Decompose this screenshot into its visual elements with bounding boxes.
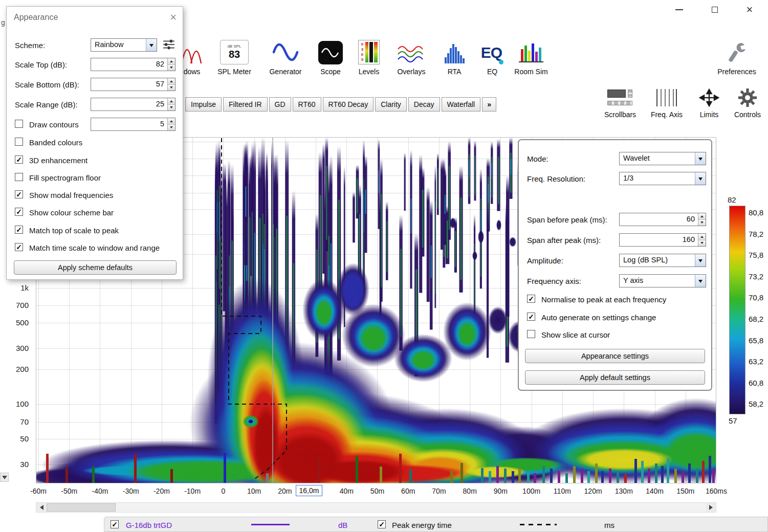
tab-overflow-button[interactable]: » [482, 97, 496, 112]
x-tick: 90m [494, 487, 508, 495]
x-tick: 110m [554, 487, 571, 495]
trace2-label[interactable]: Peak energy time [392, 521, 452, 529]
enhancement-3d-checkbox[interactable]: ✓ [15, 156, 23, 164]
spin-down-button[interactable] [698, 220, 706, 226]
amplitude-dropdown[interactable]: Log (dB SPL) [619, 254, 706, 267]
apply-scheme-defaults-button[interactable]: Apply scheme defaults [14, 260, 177, 275]
scheme-settings-icon[interactable] [163, 38, 175, 52]
colorbar-tick: 70,8 [749, 293, 763, 302]
tab-decay[interactable]: Decay [408, 97, 440, 112]
dropdown-arrow-icon[interactable] [695, 172, 706, 185]
graph-tabs: Impulse Filtered IR GD RT60 RT60 Decay C… [185, 97, 496, 112]
span-after-spinner[interactable]: 160 [619, 233, 706, 247]
spin-up-button[interactable] [168, 78, 175, 85]
span-before-value: 60 [620, 213, 698, 226]
left-edge-text: g [1, 18, 5, 27]
show-slice-checkbox[interactable] [527, 330, 535, 338]
spin-up-button[interactable] [168, 58, 175, 65]
apply-default-settings-button[interactable]: Apply default settings [525, 370, 705, 385]
trace1-label[interactable]: G-16db trtGD [126, 521, 172, 529]
spin-up-button[interactable] [698, 213, 706, 220]
spin-down-button[interactable] [168, 125, 175, 131]
tab-waterfall[interactable]: Waterfall [442, 97, 481, 112]
limits-icon [695, 87, 723, 108]
dropdown-arrow-icon[interactable] [695, 152, 706, 165]
mode-dropdown[interactable]: Wavelet [619, 152, 706, 165]
colorbar-tick: 65,8 [749, 336, 763, 345]
trace2-checkbox[interactable]: ✓ [378, 520, 386, 528]
auto-generate-checkbox[interactable]: ✓ [527, 313, 535, 321]
x-tick: 120m [584, 487, 602, 495]
fill-floor-checkbox[interactable] [15, 173, 23, 181]
scale-range-spinner[interactable]: 25 [91, 98, 175, 111]
close-button[interactable]: × [741, 3, 758, 16]
view-tool-scrollbars[interactable]: Scrollbars [603, 87, 638, 119]
tab-rt60[interactable]: RT60 [293, 97, 321, 112]
scrollbar-thumb[interactable] [47, 503, 116, 512]
span-after-value: 160 [620, 234, 698, 246]
appearance-settings-button[interactable]: Appearance settings [525, 349, 705, 363]
dialog-close-icon[interactable]: × [170, 11, 177, 24]
toolbar-item-scope[interactable]: Scope [314, 37, 347, 76]
toolbar-item-eq[interactable]: EQ EQ [479, 37, 506, 76]
span-after-label: Span after peak (ms): [527, 236, 601, 245]
trace1-checkbox[interactable]: ✓ [111, 520, 119, 528]
spin-down-button[interactable] [168, 65, 175, 71]
draw-contours-checkbox[interactable] [15, 120, 23, 128]
tab-clarity[interactable]: Clarity [375, 97, 407, 112]
view-tool-freq-axis[interactable]: Freq. Axis [647, 87, 687, 119]
dropdown-arrow-icon[interactable] [695, 275, 706, 287]
scroll-left-button[interactable] [36, 503, 46, 512]
freq-axis-icon [647, 87, 687, 108]
spin-up-button[interactable] [168, 118, 175, 125]
match-time-checkbox[interactable]: ✓ [15, 243, 23, 251]
toolbar-label: RTA [440, 68, 469, 76]
spin-down-button[interactable] [168, 85, 175, 91]
spl-meter-unit: dB SPL [227, 44, 241, 49]
toolbar-item-preferences[interactable]: Preferences [714, 37, 759, 76]
freq-resolution-dropdown[interactable]: 1/3 [619, 172, 706, 185]
restore-button[interactable] [706, 3, 723, 16]
banded-colours-checkbox[interactable] [15, 138, 23, 146]
toolbar-item-levels[interactable]: 0369 Levels [354, 37, 384, 76]
tab-rt60-decay[interactable]: RT60 Decay [323, 97, 374, 112]
horizontal-scrollbar[interactable] [36, 502, 716, 513]
show-slice-label: Show slice at cursor [541, 330, 610, 339]
spin-up-button[interactable] [168, 98, 175, 105]
scheme-dropdown[interactable]: Rainbow [91, 38, 157, 52]
colorbar-tick: 80,8 [749, 208, 763, 217]
modal-frequencies-checkbox[interactable]: ✓ [15, 190, 23, 198]
tab-gd[interactable]: GD [269, 97, 291, 112]
tab-impulse[interactable]: Impulse [185, 97, 222, 112]
scale-bottom-value: 57 [91, 78, 167, 91]
vertical-scroll-down-button[interactable] [0, 473, 9, 482]
spin-down-button[interactable] [168, 105, 175, 111]
colour-scheme-bar-checkbox[interactable]: ✓ [15, 208, 23, 216]
span-before-spinner[interactable]: 60 [619, 213, 706, 226]
view-tool-limits[interactable]: Limits [695, 87, 723, 119]
colorbar-tick: 58,2 [749, 400, 763, 408]
toolbar-item-room-sim[interactable]: Room Sim [511, 37, 552, 76]
view-tool-label: Freq. Axis [647, 110, 687, 119]
toolbar-label: SPL Meter [214, 68, 255, 76]
view-tool-controls[interactable]: Controls [731, 87, 764, 119]
toolbar-item-generator[interactable]: Generator [265, 37, 306, 76]
spin-down-button[interactable] [698, 240, 706, 247]
toolbar-label: Preferences [714, 68, 759, 76]
contours-spinner[interactable]: 5 [91, 118, 175, 131]
scroll-right-button[interactable] [706, 503, 716, 512]
app-window: g × dows dB SPL 83 SPL Meter Generator S… [0, 0, 768, 532]
scale-top-spinner[interactable]: 82 [91, 58, 175, 71]
dropdown-arrow-icon[interactable] [695, 254, 706, 267]
scale-bottom-spinner[interactable]: 57 [91, 78, 175, 91]
spin-up-button[interactable] [698, 234, 706, 240]
match-top-checkbox[interactable]: ✓ [15, 226, 23, 234]
toolbar-item-rta[interactable]: RTA [440, 37, 469, 76]
tab-filtered-ir[interactable]: Filtered IR [223, 97, 268, 112]
minimize-button[interactable] [670, 3, 688, 16]
toolbar-item-spl-meter[interactable]: dB SPL 83 SPL Meter [214, 37, 255, 76]
frequency-axis-dropdown[interactable]: Y axis [619, 274, 706, 287]
normalise-checkbox[interactable]: ✓ [527, 295, 535, 303]
toolbar-item-overlays[interactable]: Overlays [392, 37, 431, 76]
dropdown-arrow-icon[interactable] [146, 39, 157, 51]
